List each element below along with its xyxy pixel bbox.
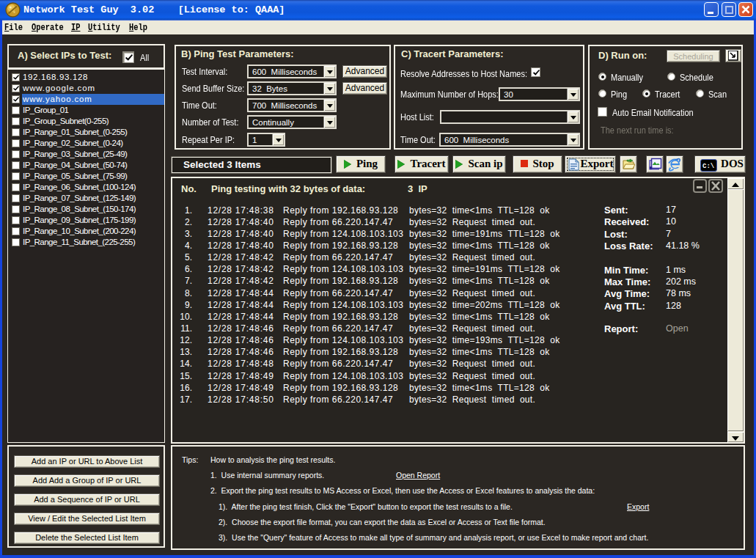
svg-text:C:\: C:\ <box>702 163 715 170</box>
